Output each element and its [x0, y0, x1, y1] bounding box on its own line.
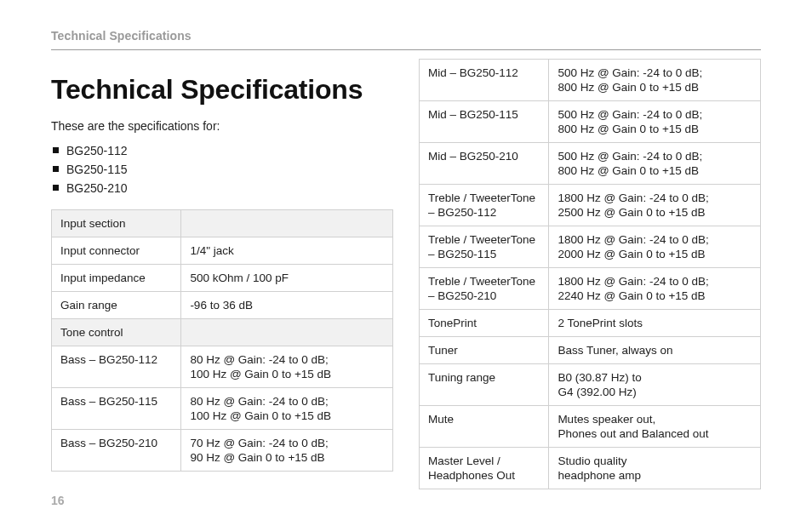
header-rule — [51, 49, 761, 50]
spec-value: 1800 Hz @ Gain: -24 to 0 dB; 2240 Hz @ G… — [549, 268, 761, 310]
table-row: Mid – BG250-112500 Hz @ Gain: -24 to 0 d… — [420, 60, 761, 101]
right-column: Mid – BG250-112500 Hz @ Gain: -24 to 0 d… — [419, 59, 761, 489]
spec-value: 500 kOhm / 100 pF — [181, 265, 393, 292]
list-item: BG250-112 — [51, 141, 393, 160]
spec-label: Tone control — [52, 319, 181, 346]
columns: Technical Specifications These are the s… — [51, 59, 761, 489]
table-row: Bass – BG250-11280 Hz @ Gain: -24 to 0 d… — [52, 346, 393, 388]
spec-value — [181, 210, 393, 237]
table-row: Treble / TweeterTone – BG250-1151800 Hz … — [420, 226, 761, 268]
list-item: BG250-210 — [51, 179, 393, 197]
spec-label: Mid – BG250-210 — [420, 143, 549, 185]
spec-label: Input impedance — [52, 265, 181, 292]
spec-value: Bass Tuner, always on — [549, 337, 761, 364]
running-header: Technical Specifications — [51, 29, 761, 43]
page-title: Technical Specifications — [51, 74, 393, 106]
left-column: Technical Specifications These are the s… — [51, 59, 393, 489]
spec-value: 80 Hz @ Gain: -24 to 0 dB; 100 Hz @ Gain… — [181, 346, 393, 388]
table-row: Mid – BG250-115500 Hz @ Gain: -24 to 0 d… — [420, 101, 761, 143]
page: Technical Specifications Technical Speci… — [0, 0, 812, 526]
spec-value: 500 Hz @ Gain: -24 to 0 dB; 800 Hz @ Gai… — [549, 60, 761, 101]
spec-value: 500 Hz @ Gain: -24 to 0 dB; 800 Hz @ Gai… — [549, 143, 761, 185]
spec-table-right: Mid – BG250-112500 Hz @ Gain: -24 to 0 d… — [419, 59, 761, 489]
table-row: TonePrint2 TonePrint slots — [420, 310, 761, 337]
spec-label: Treble / TweeterTone – BG250-210 — [420, 268, 549, 310]
table-row: Master Level / Headphones OutStudio qual… — [420, 448, 761, 489]
table-row: Treble / TweeterTone – BG250-1121800 Hz … — [420, 185, 761, 226]
spec-label: Bass – BG250-210 — [52, 430, 181, 472]
spec-label: TonePrint — [420, 310, 549, 337]
spec-label: Mid – BG250-115 — [420, 101, 549, 143]
spec-label: Input section — [52, 210, 181, 237]
spec-label: Mute — [420, 406, 549, 448]
spec-label: Input connector — [52, 237, 181, 265]
table-row: Bass – BG250-11580 Hz @ Gain: -24 to 0 d… — [52, 388, 393, 430]
spec-value: B0 (30.87 Hz) to G4 (392.00 Hz) — [549, 364, 761, 406]
spec-label: Treble / TweeterTone – BG250-112 — [420, 185, 549, 226]
table-row: Input connector1/4" jack — [52, 237, 393, 265]
table-row: Tuning rangeB0 (30.87 Hz) to G4 (392.00 … — [420, 364, 761, 406]
table-row: Gain range-96 to 36 dB — [52, 292, 393, 319]
spec-label: Master Level / Headphones Out — [420, 448, 549, 489]
page-number: 16 — [51, 494, 65, 507]
intro-text: These are the specifications for: — [51, 119, 393, 133]
spec-table-right-body: Mid – BG250-112500 Hz @ Gain: -24 to 0 d… — [420, 60, 761, 489]
spec-label: Tuning range — [420, 364, 549, 406]
spec-label: Bass – BG250-112 — [52, 346, 181, 388]
spec-value: 1/4" jack — [181, 237, 393, 265]
table-row: TunerBass Tuner, always on — [420, 337, 761, 364]
spec-table-left: Input sectionInput connector1/4" jackInp… — [51, 209, 393, 472]
table-row: Bass – BG250-21070 Hz @ Gain: -24 to 0 d… — [52, 430, 393, 472]
table-row: Tone control — [52, 319, 393, 346]
table-row: Treble / TweeterTone – BG250-2101800 Hz … — [420, 268, 761, 310]
spec-value: Mutes speaker out, Phones out and Balanc… — [549, 406, 761, 448]
spec-label: Treble / TweeterTone – BG250-115 — [420, 226, 549, 268]
spec-value — [181, 319, 393, 346]
table-row: MuteMutes speaker out, Phones out and Ba… — [420, 406, 761, 448]
spec-label: Tuner — [420, 337, 549, 364]
table-row: Input impedance500 kOhm / 100 pF — [52, 265, 393, 292]
model-list: BG250-112 BG250-115 BG250-210 — [51, 141, 393, 197]
table-row: Input section — [52, 210, 393, 237]
spec-label: Mid – BG250-112 — [420, 60, 549, 101]
spec-value: -96 to 36 dB — [181, 292, 393, 319]
spec-value: 70 Hz @ Gain: -24 to 0 dB; 90 Hz @ Gain … — [181, 430, 393, 472]
list-item: BG250-115 — [51, 160, 393, 179]
spec-value: 500 Hz @ Gain: -24 to 0 dB; 800 Hz @ Gai… — [549, 101, 761, 143]
spec-table-left-body: Input sectionInput connector1/4" jackInp… — [52, 210, 393, 472]
spec-value: Studio quality headphone amp — [549, 448, 761, 489]
spec-value: 1800 Hz @ Gain: -24 to 0 dB; 2500 Hz @ G… — [549, 185, 761, 226]
spec-label: Gain range — [52, 292, 181, 319]
spec-value: 1800 Hz @ Gain: -24 to 0 dB; 2000 Hz @ G… — [549, 226, 761, 268]
spec-label: Bass – BG250-115 — [52, 388, 181, 430]
spec-value: 2 TonePrint slots — [549, 310, 761, 337]
spec-value: 80 Hz @ Gain: -24 to 0 dB; 100 Hz @ Gain… — [181, 388, 393, 430]
table-row: Mid – BG250-210500 Hz @ Gain: -24 to 0 d… — [420, 143, 761, 185]
